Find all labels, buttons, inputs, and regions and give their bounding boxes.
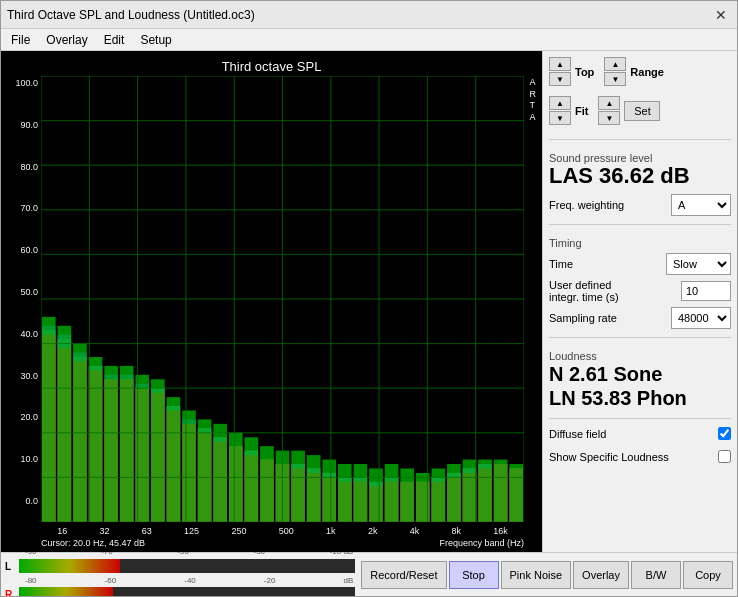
x-label-9: 8k xyxy=(452,526,462,536)
range-spin: ▲ ▼ xyxy=(604,57,626,86)
menu-overlay[interactable]: Overlay xyxy=(42,32,91,48)
timing-section: Timing Time Slow Fast Impulse User defin… xyxy=(549,233,731,329)
sampling-rate-select[interactable]: 48000 44100 96000 xyxy=(671,307,731,329)
r-tick-4: dB xyxy=(343,576,353,585)
title-bar: Third Octave SPL and Loudness (Untitled.… xyxy=(1,1,737,29)
close-button[interactable]: ✕ xyxy=(711,5,731,25)
fit-spin: ▲ ▼ xyxy=(549,96,571,125)
loudness-section: Loudness N 2.61 Sone LN 53.83 Phon xyxy=(549,346,731,410)
range-up-button[interactable]: ▲ xyxy=(604,57,626,71)
freq-weighting-label: Freq. weighting xyxy=(549,199,667,211)
x-label-1: 32 xyxy=(99,526,109,536)
diffuse-field-label: Diffuse field xyxy=(549,428,606,440)
range-label: Range xyxy=(630,66,664,78)
right-panel: ▲ ▼ Top ▲ ▼ Range ▲ ▼ xyxy=(542,51,737,552)
freq-band-label: Frequency band (Hz) xyxy=(439,538,524,548)
top-spin: ▲ ▼ xyxy=(549,57,571,86)
y-label-5: 50.0 xyxy=(20,287,38,297)
menu-file[interactable]: File xyxy=(7,32,34,48)
time-select[interactable]: Slow Fast Impulse xyxy=(666,253,731,275)
x-label-4: 250 xyxy=(231,526,246,536)
menu-bar: File Overlay Edit Setup xyxy=(1,29,737,51)
r-tick-0: -80 xyxy=(25,576,37,585)
x-label-10: 16k xyxy=(493,526,508,536)
time-row: Time Slow Fast Impulse xyxy=(549,253,731,275)
y-label-9: 10.0 xyxy=(20,454,38,464)
user-defined-input[interactable]: 10 xyxy=(681,281,731,301)
spl-value: LAS 36.62 dB xyxy=(549,164,731,188)
x-axis: 16 32 63 125 250 500 1k 2k 4k 8k 16k xyxy=(41,524,538,536)
l-meter-bar-container xyxy=(19,559,355,573)
top-control: ▲ ▼ Top xyxy=(549,57,594,86)
diffuse-field-row: Diffuse field xyxy=(549,427,731,440)
loudness-label: Loudness xyxy=(549,350,731,362)
set-control: ▲ ▼ Set xyxy=(598,96,660,125)
r-channel-label: R xyxy=(5,589,17,598)
l-meter-bar xyxy=(19,559,120,573)
range-control: ▲ ▼ Range xyxy=(604,57,664,86)
y-label-1: 90.0 xyxy=(20,120,38,130)
r-tick-2: -40 xyxy=(184,576,196,585)
stop-button[interactable]: Stop xyxy=(449,561,499,589)
fit-down-button[interactable]: ▼ xyxy=(549,111,571,125)
menu-setup[interactable]: Setup xyxy=(136,32,175,48)
freq-weighting-row: Freq. weighting A B C Z xyxy=(549,194,731,216)
user-defined-label: User defined integr. time (s) xyxy=(549,279,677,303)
divider-2 xyxy=(549,224,731,225)
l-meter-row: L xyxy=(5,558,355,574)
copy-button[interactable]: Copy xyxy=(683,561,733,589)
x-label-2: 63 xyxy=(142,526,152,536)
set-button[interactable]: Set xyxy=(624,101,660,121)
top-down-button[interactable]: ▼ xyxy=(549,72,571,86)
r-tick-labels: -80 -60 -40 -20 dB xyxy=(25,576,355,585)
show-specific-checkbox[interactable] xyxy=(718,450,731,463)
pink-noise-button[interactable]: Pink Noise xyxy=(501,561,572,589)
y-label-7: 30.0 xyxy=(20,371,38,381)
divider-3 xyxy=(549,337,731,338)
fit-set-controls: ▲ ▼ Fit ▲ ▼ Set xyxy=(549,96,731,125)
y-label-4: 60.0 xyxy=(20,245,38,255)
content-area: Third octave SPL 100.0 90.0 80.0 70.0 60… xyxy=(1,51,737,552)
chart-area: Third octave SPL 100.0 90.0 80.0 70.0 60… xyxy=(1,51,542,552)
l-channel-label: L xyxy=(5,561,17,572)
y-label-8: 20.0 xyxy=(20,412,38,422)
sampling-rate-row: Sampling rate 48000 44100 96000 xyxy=(549,307,731,329)
user-defined-row: User defined integr. time (s) 10 xyxy=(549,279,731,303)
loudness-ln: LN 53.83 Phon xyxy=(549,386,731,410)
bw-button[interactable]: B/W xyxy=(631,561,681,589)
set-up-button[interactable]: ▲ xyxy=(598,96,620,110)
range-down-button[interactable]: ▼ xyxy=(604,72,626,86)
record-reset-button[interactable]: Record/Reset xyxy=(361,561,446,589)
cursor-info-row: Cursor: 20.0 Hz, 45.47 dB Frequency band… xyxy=(41,538,538,548)
bottom-bar: -90 -70 -50 -30 -10 dB L -80 -60 -40 -20… xyxy=(1,552,737,596)
menu-edit[interactable]: Edit xyxy=(100,32,129,48)
show-specific-label: Show Specific Loudness xyxy=(549,451,669,463)
r-meter-bar xyxy=(19,587,113,597)
x-label-7: 2k xyxy=(368,526,378,536)
show-specific-row: Show Specific Loudness xyxy=(549,450,731,463)
y-label-10: 0.0 xyxy=(25,496,38,506)
x-label-5: 500 xyxy=(279,526,294,536)
x-label-3: 125 xyxy=(184,526,199,536)
overlay-button[interactable]: Overlay xyxy=(573,561,629,589)
top-up-button[interactable]: ▲ xyxy=(549,57,571,71)
divider-4 xyxy=(549,418,731,419)
window-title: Third Octave SPL and Loudness (Untitled.… xyxy=(7,8,255,22)
divider-1 xyxy=(549,139,731,140)
x-label-0: 16 xyxy=(57,526,67,536)
canvas-container: ARTA xyxy=(41,76,538,524)
r-meter-bar-container xyxy=(19,587,355,597)
fit-control: ▲ ▼ Fit xyxy=(549,96,588,125)
timing-label: Timing xyxy=(549,237,731,249)
spl-chart-canvas xyxy=(41,76,524,522)
set-spin: ▲ ▼ xyxy=(598,96,620,125)
y-label-2: 80.0 xyxy=(20,162,38,172)
freq-weighting-select[interactable]: A B C Z xyxy=(671,194,731,216)
loudness-n: N 2.61 Sone xyxy=(549,362,731,386)
cursor-info: Cursor: 20.0 Hz, 45.47 dB xyxy=(41,538,145,548)
y-label-6: 40.0 xyxy=(20,329,38,339)
diffuse-field-checkbox[interactable] xyxy=(718,427,731,440)
set-down-button[interactable]: ▼ xyxy=(598,111,620,125)
top-label: Top xyxy=(575,66,594,78)
fit-up-button[interactable]: ▲ xyxy=(549,96,571,110)
